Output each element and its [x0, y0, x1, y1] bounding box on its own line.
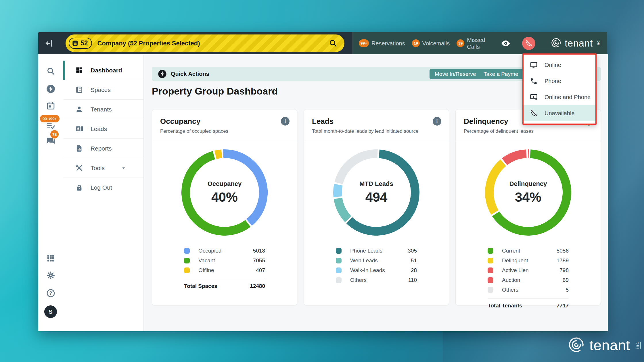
donut-segment-walk-in-leads[interactable]: [338, 185, 338, 197]
brand-word: tenant: [565, 38, 593, 49]
notif-label: Voicemails: [422, 40, 450, 47]
status-option-label: Online and Phone: [545, 94, 591, 101]
qa-button-move-in-reserve[interactable]: Move In/Reserve: [430, 69, 481, 79]
notif-reservations[interactable]: 99+Reservations: [359, 36, 405, 50]
tasks-icon[interactable]: [46, 122, 55, 130]
status-unavailable-button[interactable]: [522, 37, 535, 50]
donut-segment-vacant[interactable]: [186, 155, 248, 231]
info-icon[interactable]: i: [433, 117, 441, 126]
notification-list: 99+Reservations19Voicemails39Missed Call…: [359, 36, 493, 50]
donut-chart: [485, 149, 571, 236]
nav-item-label: Tenants: [91, 106, 112, 113]
notif-missed-calls[interactable]: 39Missed Calls: [457, 36, 486, 50]
status-option-online[interactable]: Online: [524, 57, 595, 73]
status-option-online-and-phone[interactable]: Online and Phone: [524, 89, 595, 105]
user-avatar[interactable]: S: [44, 305, 57, 318]
legend-swatch: [184, 267, 190, 273]
quick-actions-title: Quick Actions: [171, 71, 209, 77]
total-label: Total Spaces: [184, 283, 217, 289]
donut-segment-others[interactable]: [339, 154, 377, 183]
property-count-pill: 52: [69, 38, 92, 49]
notif-voicemails[interactable]: 19Voicemails: [412, 36, 450, 50]
lock-icon: [75, 184, 83, 192]
status-option-unavailable[interactable]: Unavailable: [524, 105, 595, 121]
legend-label: Auction: [502, 277, 520, 283]
legend-row-walk-in-leads: Walk-In Leads28: [336, 265, 417, 275]
info-icon[interactable]: i: [281, 117, 290, 126]
status-option-label: Online: [545, 62, 561, 68]
nav-item-label: Dashboard: [91, 67, 122, 74]
legend-value: 1789: [557, 257, 569, 264]
brand-word: tenant: [589, 337, 630, 354]
phone-disabled-icon: [525, 40, 532, 47]
window-body: 99+/99+78?S DashboardSpacesTenantsLeadsR…: [38, 54, 607, 331]
lightning-icon: [158, 70, 167, 78]
legend-total-row: Total Tenants7717: [488, 298, 569, 309]
tenant-logo-wallpaper: tenant inc: [567, 336, 641, 355]
status-option-phone[interactable]: Phone: [524, 73, 595, 89]
legend-row-web-leads: Web Leads51: [336, 256, 417, 265]
chevron-down-icon: [120, 165, 127, 171]
search-icon[interactable]: [46, 67, 55, 76]
card-subtitle: Percentage of delinquent leases: [464, 128, 572, 135]
leads-icon: [75, 125, 83, 133]
legend-swatch: [488, 248, 493, 254]
status-dropdown-menu: OnlinePhoneOnline and PhoneUnavailable: [522, 53, 597, 125]
nav-item-label: Tools: [91, 165, 105, 172]
donut-segment-delinquent[interactable]: [489, 163, 503, 212]
company-selector-label: Company (52 Properties Selected): [97, 40, 200, 47]
notif-label: Missed Calls: [467, 36, 486, 50]
legend-row-occupied: Occupied5018: [184, 246, 265, 256]
card-subtitle: Percentage of occupied spaces: [160, 128, 269, 135]
gear-icon[interactable]: [46, 271, 55, 280]
legend-swatch: [488, 267, 493, 273]
bolt-circle-icon[interactable]: [46, 84, 55, 93]
legend-row-others: Others110: [336, 275, 417, 285]
nav-item-tools[interactable]: Tools: [63, 158, 143, 178]
donut-segment-current[interactable]: [496, 154, 567, 231]
icon-rail: 99+/99+78?S: [38, 54, 63, 331]
chart-wrap: Occupancy40%: [181, 149, 268, 236]
property-count: 52: [80, 39, 88, 47]
legend-value: 5018: [253, 248, 265, 254]
legend-value: 51: [411, 257, 417, 264]
card-header: LeadsTotal month-to-date leads by lead i…: [304, 109, 449, 142]
nav-item-dashboard[interactable]: Dashboard: [63, 61, 143, 80]
nav-item-tenants[interactable]: Tenants: [63, 100, 143, 119]
count-badge: 19: [412, 39, 420, 47]
nav-item-spaces[interactable]: Spaces: [63, 80, 143, 100]
company-selector[interactable]: 52 Company (52 Properties Selected): [66, 34, 344, 52]
legend-label: Occupied: [198, 248, 221, 254]
legend-swatch: [336, 248, 342, 254]
tenants-icon: [75, 105, 83, 113]
chart-legend: Phone Leads305Web Leads51Walk-In Leads28…: [336, 246, 417, 285]
eye-icon[interactable]: [501, 38, 511, 48]
collapse-sidebar-icon[interactable]: [45, 38, 54, 48]
donut-segment-phone-leads[interactable]: [349, 154, 415, 231]
legend-value: 69: [563, 277, 569, 283]
donut-segment-web-leads[interactable]: [338, 199, 348, 219]
legend-value: 305: [408, 248, 417, 254]
nav-item-reports[interactable]: Reports: [63, 139, 143, 158]
apps-grid-icon[interactable]: [46, 254, 55, 263]
nav-item-leads[interactable]: Leads: [63, 119, 143, 139]
donut-chart: [181, 149, 268, 236]
svg-text:?: ?: [49, 290, 52, 296]
search-icon[interactable]: [329, 39, 337, 47]
chart-legend: Current5056Delinquent1789Active Lien798A…: [488, 246, 569, 309]
rail-badge-99-99-: 99+/99+: [40, 115, 60, 122]
donut-segment-offline[interactable]: [215, 154, 222, 155]
nav-item-log-out[interactable]: Log Out: [63, 178, 143, 197]
legend-label: Current: [502, 248, 520, 254]
legend-row-auction: Auction69: [488, 275, 569, 285]
legend-label: Phone Leads: [350, 248, 382, 254]
qa-button-take-a-payme[interactable]: Take a Payme: [478, 69, 523, 79]
legend-value: 798: [559, 267, 569, 274]
donut-segment-active-lien[interactable]: [505, 154, 526, 162]
card-delinquency: DelinquencyPercentage of delinquent leas…: [455, 109, 601, 305]
donut-segment-occupied[interactable]: [223, 154, 263, 222]
legend-swatch: [336, 258, 342, 263]
help-icon[interactable]: ?: [46, 289, 55, 298]
calendar-icon[interactable]: [46, 101, 55, 110]
dashboard-icon: [75, 66, 83, 74]
